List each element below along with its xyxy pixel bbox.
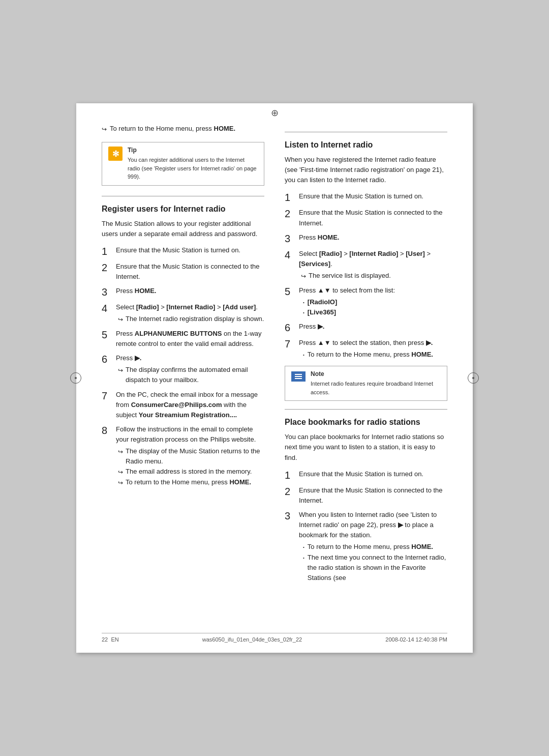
listen-step-2: 2 Ensure that the Music Station is conne…	[285, 208, 447, 228]
step-num-2: 2	[102, 261, 112, 274]
divider-1	[102, 196, 264, 196]
left-column: ↪ To return to the Home menu, press HOME…	[102, 124, 264, 587]
dot-bullet-3-icon: •	[303, 352, 304, 358]
bookmark-intro: You can place bookmarks for Internet rad…	[285, 432, 447, 462]
note-box: Note Internet radio features require bro…	[285, 366, 447, 401]
bookmark-step-content-1: Ensure that the Music Station is turned …	[299, 469, 447, 479]
bookmark-step-1: 1 Ensure that the Music Station is turne…	[285, 469, 447, 481]
register-section: Register users for Internet radio The Mu…	[102, 205, 264, 488]
listen-step-content-5: Press ▲▼ to select from the list: • [Rad…	[299, 285, 447, 317]
note-icon	[291, 371, 306, 382]
listen-steps: 1 Ensure that the Music Station is turne…	[285, 191, 447, 360]
bookmark-step-3-dot-1: • To return to the Home menu, press HOME…	[303, 542, 447, 552]
listen-step-content-6: Press ▶.	[299, 322, 447, 332]
top-bullet-section: ↪ To return to the Home menu, press HOME…	[102, 124, 264, 134]
listen-intro: When you have registered the Internet ra…	[285, 155, 447, 185]
listen-step-1: 1 Ensure that the Music Station is turne…	[285, 191, 447, 203]
step-num-4: 4	[102, 302, 112, 314]
step-content-8: Follow the instructions in the email to …	[116, 424, 264, 488]
page: ⊕ ↪ To return to the Home menu, press HO…	[76, 103, 473, 653]
listen-step-content-7: Press ▲▼ to select the station, then pre…	[299, 338, 447, 360]
listen-step-num-7: 7	[285, 338, 295, 350]
footer-center: was6050_ifu_01en_04de_03es_02fr_22	[202, 636, 302, 643]
bookmark-step-content-2: Ensure that the Music Station is connect…	[299, 485, 447, 506]
note-content: Note Internet radio features require bro…	[311, 370, 441, 396]
step-content-3: Press HOME.	[116, 286, 264, 296]
step-content-1: Ensure that the Music Station is turned …	[116, 245, 264, 255]
step-content-2: Ensure that the Music Station is connect…	[116, 261, 264, 282]
register-step-8: 8 Follow the instructions in the email t…	[102, 424, 264, 488]
bookmark-steps: 1 Ensure that the Music Station is turne…	[285, 469, 447, 583]
listen-step-6: 6 Press ▶.	[285, 322, 447, 334]
step-num-7: 7	[102, 390, 112, 402]
note-line-3	[295, 378, 302, 379]
step-8-sub-3: ↪ To return to the Home menu, press HOME…	[118, 477, 264, 488]
dot-bullet-2-icon: •	[303, 310, 304, 316]
bookmark-step-2: 2 Ensure that the Music Station is conne…	[285, 485, 447, 506]
register-steps: 1 Ensure that the Music Station is turne…	[102, 245, 264, 488]
footer-file: was6050_ifu_01en_04de_03es_02fr_22	[202, 636, 302, 643]
sub-arrow-8a-icon: ↪	[118, 447, 123, 457]
listen-title: Listen to Internet radio	[285, 140, 447, 150]
listen-sub-arrow-4-icon: ↪	[301, 272, 306, 281]
register-step-4: 4 Select [Radio] > [Internet Radio] > [A…	[102, 302, 264, 325]
listen-step-content-1: Ensure that the Music Station is turned …	[299, 191, 447, 201]
step-content-7: On the PC, check the email inbox for a m…	[116, 390, 264, 420]
step-content-6: Press ▶. ↪ The display confirms the auto…	[116, 353, 264, 385]
step-num-8: 8	[102, 424, 112, 437]
listen-section: Listen to Internet radio When you have r…	[285, 140, 447, 360]
tip-label: Tip	[128, 147, 258, 154]
listen-step-7-dot: • To return to the Home menu, press HOME…	[303, 350, 447, 360]
step-6-sub-text: The display confirms the automated email…	[126, 365, 264, 385]
bookmark-step-3-dot-2: • The next time you connect to the Inter…	[303, 553, 447, 583]
listen-step-num-4: 4	[285, 249, 295, 261]
tip-text: You can register additional users to the…	[128, 156, 258, 181]
sub-arrow-8b-icon: ↪	[118, 468, 123, 477]
step-8-sub-1: ↪ The display of the Music Station retur…	[118, 446, 264, 467]
bookmark-step-num-2: 2	[285, 485, 295, 498]
step-6-sub: ↪ The display confirms the automated ema…	[118, 365, 264, 385]
listen-step-num-1: 1	[285, 191, 295, 203]
step-8-sub-2-text: The email address is stored in the memor…	[126, 467, 252, 477]
listen-step-content-2: Ensure that the Music Station is connect…	[299, 208, 447, 228]
registration-mark-top: ⊕	[271, 107, 279, 119]
dot-bullet-bk-1-icon: •	[303, 544, 304, 550]
step-num-6: 6	[102, 353, 112, 365]
listen-step-content-3: Press HOME.	[299, 232, 447, 243]
listen-dot-live365: • [Live365]	[303, 307, 447, 317]
listen-step-num-2: 2	[285, 208, 295, 220]
sub-arrow-6-icon: ↪	[118, 366, 123, 375]
sub-arrow-icon: ↪	[118, 315, 123, 325]
listen-step-4-sub-text: The service list is displayed.	[309, 271, 391, 281]
bookmark-step-content-3: When you listen to Internet radio (see '…	[299, 510, 447, 583]
register-step-6: 6 Press ▶. ↪ The display confirms the au…	[102, 353, 264, 385]
tip-box: ✻ Tip You can register additional users …	[102, 142, 264, 186]
step-num-5: 5	[102, 329, 112, 341]
register-step-3: 3 Press HOME.	[102, 286, 264, 298]
footer-date: 2008-02-14 12:40:38 PM	[385, 636, 447, 643]
footer-left: 22 EN	[102, 636, 119, 643]
note-label: Note	[311, 370, 441, 377]
step-num-3: 3	[102, 286, 112, 298]
listen-step-4: 4 Select [Radio] > [Internet Radio] > [U…	[285, 249, 447, 281]
listen-step-7: 7 Press ▲▼ to select the station, then p…	[285, 338, 447, 360]
step-8-sub-3-text: To return to the Home menu, press HOME.	[126, 477, 251, 487]
register-intro: The Music Station allows to your registe…	[102, 219, 264, 239]
listen-dot-radio-io: • [RadioIO]	[303, 297, 447, 307]
step-content-4: Select [Radio] > [Internet Radio] > [Add…	[116, 302, 264, 325]
arrow-icon: ↪	[102, 125, 107, 134]
top-bullet-text: To return to the Home menu, press HOME.	[110, 124, 235, 134]
right-divider-top	[285, 132, 447, 132]
listen-step-num-5: 5	[285, 285, 295, 298]
step-num-1: 1	[102, 245, 112, 257]
listen-step-3: 3 Press HOME.	[285, 232, 447, 245]
tip-icon: ✻	[108, 147, 123, 161]
register-step-1: 1 Ensure that the Music Station is turne…	[102, 245, 264, 257]
footer-right: 2008-02-14 12:40:38 PM	[385, 636, 447, 643]
dot-bullet-bk-2-icon: •	[303, 555, 304, 561]
step-4-sub: ↪ The Internet radio registration displa…	[118, 314, 264, 325]
step-8-sub-1-text: The display of the Music Station returns…	[126, 446, 264, 467]
register-step-2: 2 Ensure that the Music Station is conne…	[102, 261, 264, 282]
register-title: Register users for Internet radio	[102, 205, 264, 214]
note-line-2	[295, 376, 302, 377]
